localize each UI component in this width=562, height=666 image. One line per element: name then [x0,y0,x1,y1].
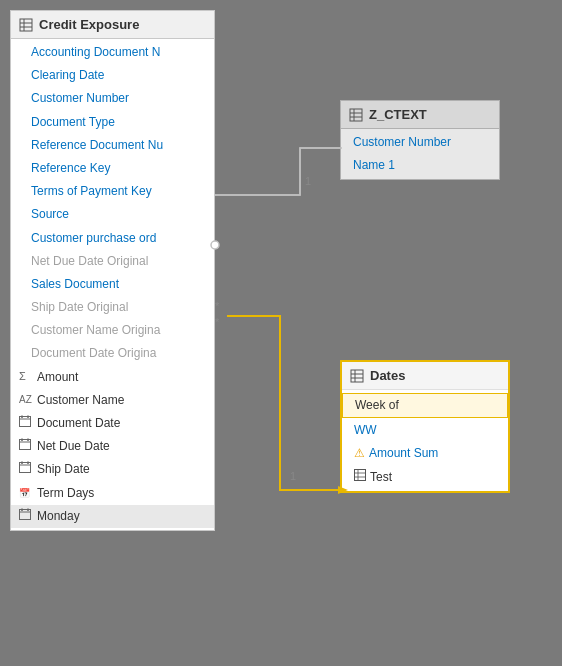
item-monday-label: Monday [37,507,80,526]
calendar-icon-1 [19,415,33,433]
item-net-due-date-label: Net Due Date [37,437,110,456]
dates-amount-sum-label: Amount Sum [369,444,438,463]
item-customer-name-original[interactable]: Customer Name Origina [11,319,214,342]
svg-text:1: 1 [290,470,296,482]
sigma-icon: Σ [19,368,33,386]
dates-title: Dates [370,368,405,383]
z-ctext-customer-number[interactable]: Customer Number [341,131,499,154]
z-ctext-table-icon [349,108,363,122]
z-ctext-title: Z_CTEXT [369,107,427,122]
svg-rect-16 [20,509,31,519]
item-sales-document[interactable]: Sales Document [11,273,214,296]
dates-header: Dates [342,362,508,390]
dates-week-of[interactable]: Week of [342,393,508,418]
dates-test-label: Test [370,468,392,487]
item-customer-name-label: Customer Name [37,391,124,410]
item-customer-purchase[interactable]: Customer purchase ord [11,227,214,250]
z-ctext-panel: Z_CTEXT Customer Number Name 1 [340,100,500,180]
dates-test[interactable]: Test [342,466,508,489]
item-customer-name[interactable]: AZ Customer Name [11,389,214,412]
item-term-days[interactable]: 📅 Term Days [11,482,214,505]
item-reference-document[interactable]: Reference Document Nu [11,134,214,157]
item-reference-key[interactable]: Reference Key [11,157,214,180]
credit-exposure-items: Accounting Document N Clearing Date Cust… [11,39,214,530]
dates-table-icon [350,369,364,383]
credit-exposure-header: Credit Exposure [11,11,214,39]
item-net-due-date[interactable]: Net Due Date [11,435,214,458]
dates-ww[interactable]: WW [342,419,508,442]
z-ctext-name1[interactable]: Name 1 [341,154,499,177]
credit-exposure-panel: Credit Exposure Accounting Document N Cl… [10,10,215,531]
calendar-icon-2 [19,438,33,456]
item-clearing-date[interactable]: Clearing Date [11,64,214,87]
item-ship-date-label: Ship Date [37,460,90,479]
item-monday[interactable]: Monday [11,505,214,528]
item-net-due-date-original[interactable]: Net Due Date Original [11,250,214,273]
svg-rect-8 [20,439,31,449]
item-document-type[interactable]: Document Type [11,111,214,134]
calendar-icon-5 [19,508,33,526]
item-document-date-original[interactable]: Document Date Origina [11,342,214,365]
item-ship-date-original[interactable]: Ship Date Original [11,296,214,319]
item-customer-number[interactable]: Customer Number [11,87,214,110]
dates-amount-sum[interactable]: ⚠ Amount Sum [342,442,508,465]
svg-rect-12 [20,463,31,473]
credit-exposure-title: Credit Exposure [39,17,139,32]
svg-text:1: 1 [305,175,311,187]
item-ship-date[interactable]: Ship Date [11,458,214,481]
svg-rect-24 [351,370,363,382]
dates-items: Week of WW ⚠ Amount Sum Test [342,390,508,491]
az-icon: AZ [19,392,33,408]
svg-rect-4 [20,416,31,426]
z-ctext-header: Z_CTEXT [341,101,499,129]
svg-rect-0 [20,19,32,31]
item-document-date-label: Document Date [37,414,120,433]
svg-text:*: * [215,316,220,328]
dates-test-icon [354,468,366,487]
table-icon [19,18,33,32]
item-amount[interactable]: Σ Amount [11,366,214,389]
dates-panel: Dates Week of WW ⚠ Amount Sum Test [340,360,510,493]
z-ctext-items: Customer Number Name 1 [341,129,499,179]
item-term-days-label: Term Days [37,484,94,503]
item-accounting-document[interactable]: Accounting Document N [11,41,214,64]
svg-text:*: * [215,300,220,312]
item-amount-label: Amount [37,368,78,387]
item-terms-payment[interactable]: Terms of Payment Key [11,180,214,203]
svg-rect-20 [350,109,362,121]
calendar-icon-4: 📅 [19,486,33,500]
item-source[interactable]: Source [11,203,214,226]
calendar-icon-3 [19,461,33,479]
warning-icon: ⚠ [354,444,365,463]
item-document-date[interactable]: Document Date [11,412,214,435]
svg-rect-28 [355,469,366,480]
